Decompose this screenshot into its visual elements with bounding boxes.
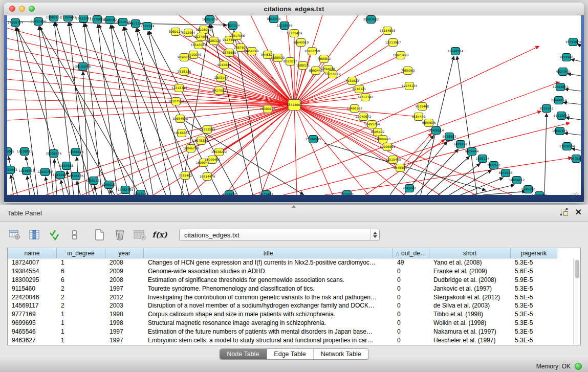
graph-node[interactable]: 7131523	[345, 77, 359, 85]
graph-node[interactable]: 7712055	[340, 191, 354, 195]
float-panel-icon[interactable]	[561, 209, 568, 216]
table-row[interactable]: 1938455462009Genome-wide association stu…	[8, 267, 573, 276]
graph-node[interactable]: 19218586	[277, 22, 293, 30]
table-scrollbar-thumb[interactable]	[575, 260, 579, 278]
graph-node[interactable]: 12942757	[37, 168, 53, 176]
graph-node[interactable]: 11156863	[19, 167, 35, 175]
table-row[interactable]: 911546021997Tourette syndrome. Phenomeno…	[8, 284, 573, 293]
table-row[interactable]: 969969511998Structural magnetic resonanc…	[8, 319, 573, 327]
graph-node[interactable]: 11082562	[46, 15, 62, 21]
table-row[interactable]: 946362711997Embryonic stem cells: a mode…	[8, 336, 573, 344]
table-row[interactable]: 977716911998Corpus callosum shape and si…	[8, 310, 573, 319]
graph-node[interactable]: 11675311	[569, 155, 581, 163]
delete-table-icon[interactable]	[132, 228, 147, 242]
graph-node[interactable]: 5938923	[443, 133, 456, 141]
graph-node[interactable]: 9129946	[560, 54, 574, 61]
graph-node[interactable]: 9245082	[403, 185, 417, 192]
table-select-dropdown[interactable]: citations_edges.txt	[179, 229, 380, 241]
create-column-icon[interactable]	[92, 228, 107, 242]
table-row[interactable]: 1872400712008Changes of HCN gene express…	[8, 258, 573, 267]
column-header-title[interactable]: title	[144, 248, 393, 258]
graph-node[interactable]: 8813054	[267, 15, 281, 23]
graph-node[interactable]: 15692971	[552, 127, 568, 135]
graph-node[interactable]: 11329765	[532, 192, 548, 195]
graph-node[interactable]: 8216121	[353, 85, 366, 93]
graph-node[interactable]: 12093872	[553, 83, 569, 91]
graph-node[interactable]: 12353594	[200, 126, 215, 134]
graph-node[interactable]: 9154469	[412, 113, 426, 121]
graph-node[interactable]: 7625402	[179, 172, 192, 180]
graph-node[interactable]: 10958167	[101, 181, 117, 189]
tab-node-table[interactable]: Node Table	[220, 349, 267, 359]
graph-node[interactable]: 13362443	[60, 15, 76, 21]
graph-node[interactable]: 2935114	[476, 155, 490, 163]
graph-node[interactable]: 16961758	[304, 48, 320, 55]
graph-node[interactable]: 19166852	[174, 129, 190, 137]
graph-node[interactable]: 8912954	[182, 29, 195, 37]
graph-node[interactable]: 16914479	[200, 173, 215, 181]
tab-edge-table[interactable]: Edge Table	[267, 349, 313, 359]
column-header-in_degree[interactable]: in_degree	[57, 248, 105, 258]
graph-node[interactable]: 13325419	[287, 30, 302, 37]
graph-node[interactable]: 8127453	[259, 191, 273, 195]
graph-node[interactable]: 16099493	[375, 136, 391, 143]
table-row[interactable]: 946554611997Estimation of the future num…	[8, 327, 573, 336]
graph-node[interactable]: 2526065	[7, 148, 14, 156]
column-header-name[interactable]: name	[8, 248, 57, 258]
table-row[interactable]: 1830029562008Estimation of significance …	[8, 276, 573, 285]
graph-node[interactable]: 7932621	[487, 162, 501, 169]
table-scrollbar[interactable]	[573, 258, 580, 345]
graph-node[interactable]: 8215953	[540, 105, 554, 113]
graph-node[interactable]: 7485063	[401, 67, 415, 75]
graph-node[interactable]: 10654112	[509, 177, 525, 184]
select-all-columns-icon[interactable]	[47, 228, 62, 242]
graph-node[interactable]: 8471676	[499, 169, 513, 177]
graph-node[interactable]: 20887682	[363, 16, 379, 24]
graph-node[interactable]: 9699695	[422, 119, 436, 127]
graph-node[interactable]: 16640910	[293, 39, 309, 47]
column-header-pagerank[interactable]: pagerank	[511, 248, 557, 258]
graph-node[interactable]: 9115460	[416, 103, 429, 111]
show-columns-icon[interactable]	[27, 228, 42, 242]
graph-node[interactable]: 8878334	[194, 137, 208, 145]
graph-node[interactable]: 6479197	[454, 141, 468, 148]
graph-node[interactable]: 14055724	[8, 19, 24, 27]
graph-node[interactable]: 20891406	[31, 18, 47, 26]
function-builder-icon[interactable]: f(x)	[152, 228, 167, 242]
table-mode-settings-icon[interactable]	[7, 228, 23, 242]
graph-node[interactable]: 18724007	[287, 100, 302, 111]
graph-node[interactable]: 12975125	[402, 82, 418, 90]
graph-node[interactable]: 16409514	[428, 127, 444, 135]
graph-node[interactable]: 16210643	[554, 112, 570, 120]
graph-node[interactable]: 7857224	[226, 22, 240, 30]
minimize-window-button[interactable]	[19, 6, 25, 12]
graph-node[interactable]: 9391543	[7, 166, 17, 174]
column-header-year[interactable]: year	[105, 248, 144, 258]
graph-node[interactable]: 9227343	[556, 68, 570, 76]
network-canvas[interactable]: 8960124891295418226058912750316543382818…	[7, 15, 581, 195]
graph-node[interactable]: 9127503	[194, 33, 208, 41]
graph-node[interactable]: 16162342	[358, 94, 374, 101]
network-window-titlebar[interactable]: citations_edges.txt	[4, 3, 584, 15]
tab-network-table[interactable]: Network Table	[314, 349, 368, 359]
close-panel-icon[interactable]: ✕	[575, 209, 582, 216]
window-resize-grip[interactable]	[572, 192, 579, 200]
row-options-icon[interactable]	[67, 228, 82, 242]
delete-column-icon[interactable]	[112, 228, 127, 242]
graph-node[interactable]: 16154808	[380, 27, 396, 35]
graph-node[interactable]: 19238815	[17, 148, 33, 156]
close-window-button[interactable]	[9, 6, 15, 12]
graph-node[interactable]: 17016504	[559, 143, 575, 150]
graph-node[interactable]: 8322037	[284, 58, 297, 65]
graph-node[interactable]: 16053809	[202, 16, 218, 24]
table-row[interactable]: 2242004622012Investigating the contribut…	[8, 293, 573, 301]
network-window[interactable]: citations_edges.txt 89601248912954182260…	[4, 3, 584, 203]
table-row[interactable]: 1456911722003Disruption of a novel membe…	[8, 301, 573, 310]
graph-node[interactable]: 9197588	[60, 162, 74, 170]
column-header-short[interactable]: short	[429, 248, 511, 258]
column-header-out_de[interactable]: △out_de…	[393, 248, 429, 258]
graph-node[interactable]: 8595492	[371, 128, 385, 136]
graph-node[interactable]: 16648784	[448, 48, 464, 55]
graph-node[interactable]: 16782759	[118, 186, 134, 194]
graph-node[interactable]: 9253410	[223, 191, 236, 195]
